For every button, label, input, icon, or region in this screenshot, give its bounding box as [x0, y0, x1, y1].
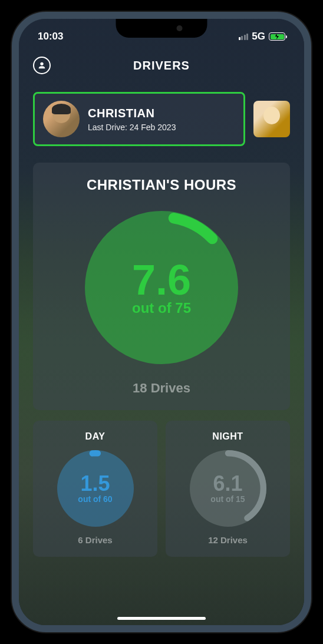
night-hours-value: 6.1	[210, 473, 245, 494]
app-header: DRIVERS	[19, 48, 304, 82]
person-icon	[37, 61, 47, 70]
hours-card: CHRISTIAN'S HOURS 7.6 out of 75 18 Drive…	[33, 163, 290, 410]
screen: 10:03 5G	[19, 19, 304, 625]
signal-icon	[239, 33, 249, 40]
total-hours-value: 7.6	[132, 259, 191, 301]
driver-card-secondary[interactable]	[253, 101, 290, 137]
day-hours-max: out of 60	[78, 494, 112, 504]
night-drives-count: 12 Drives	[208, 535, 248, 545]
driver-info: CHRISTIAN Last Drive: 24 Feb 2023	[88, 107, 176, 132]
driver-avatar	[43, 101, 80, 137]
status-right: 5G	[239, 31, 285, 42]
home-indicator[interactable]	[117, 617, 206, 620]
day-hours-value: 1.5	[78, 473, 112, 494]
profile-button[interactable]	[33, 57, 51, 74]
total-hours-max: out of 75	[132, 300, 191, 316]
battery-icon	[269, 32, 285, 41]
night-title: NIGHT	[212, 431, 243, 442]
day-hours-gauge[interactable]: 1.5 out of 60	[57, 450, 134, 527]
hours-title: CHRISTIAN'S HOURS	[87, 177, 236, 193]
page-title: DRIVERS	[133, 59, 190, 72]
day-night-row: DAY 1.5 out of 60 6 Drives NIGHT	[33, 421, 290, 557]
notch	[116, 19, 207, 38]
night-hours-max: out of 15	[210, 494, 245, 504]
night-card: NIGHT 6.1 out of 15 12 Drives	[166, 421, 290, 557]
driver-last-drive: Last Drive: 24 Feb 2023	[88, 123, 176, 132]
night-hours-gauge[interactable]: 6.1 out of 15	[190, 450, 266, 527]
day-drives-count: 6 Drives	[78, 535, 112, 545]
driver-card-selected[interactable]: CHRISTIAN Last Drive: 24 Feb 2023	[33, 92, 245, 146]
total-hours-gauge[interactable]: 7.6 out of 75	[85, 211, 238, 364]
drivers-list: CHRISTIAN Last Drive: 24 Feb 2023	[19, 82, 304, 152]
driver-name: CHRISTIAN	[88, 107, 176, 120]
day-card: DAY 1.5 out of 60 6 Drives	[33, 421, 157, 557]
svg-point-0	[40, 62, 43, 65]
total-drives-count: 18 Drives	[133, 381, 190, 396]
phone-frame: 10:03 5G	[12, 12, 311, 632]
status-time: 10:03	[38, 31, 63, 42]
network-type: 5G	[252, 31, 265, 42]
day-title: DAY	[85, 431, 106, 442]
